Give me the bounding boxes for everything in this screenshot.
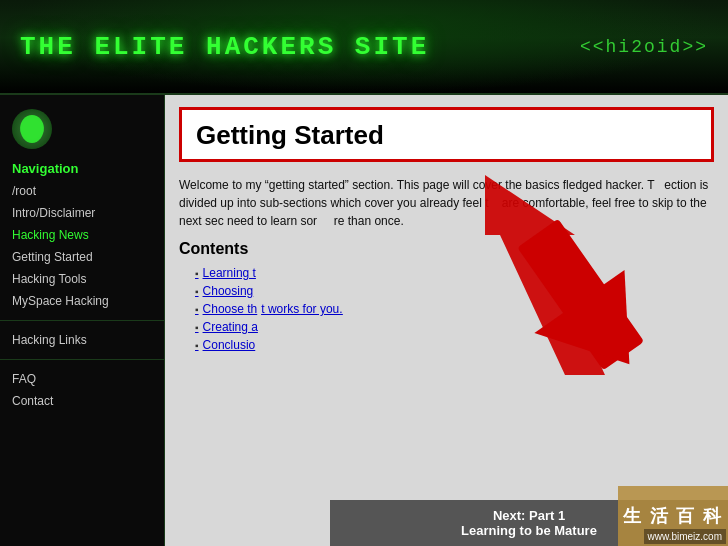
avatar xyxy=(12,109,52,149)
list-item[interactable]: Learning t xyxy=(195,264,714,282)
site-header: THE ELITE HACKERS SITE <<hi2oid>> xyxy=(0,0,728,95)
cn-text: 生 活 百 科 xyxy=(623,504,723,528)
sidebar-item-myspace-hacking[interactable]: MySpace Hacking xyxy=(0,290,164,312)
list-item[interactable]: Creating a xyxy=(195,318,714,336)
site-title: THE ELITE HACKERS SITE xyxy=(20,32,429,62)
list-item[interactable]: Conclusio xyxy=(195,336,714,354)
nav-label: Navigation xyxy=(0,155,164,180)
sidebar-item-getting-started[interactable]: Getting Started xyxy=(0,246,164,268)
contents-list: Learning t Choosing Choose th t works fo… xyxy=(165,264,728,354)
watermark: www.bimeiz.com xyxy=(644,529,726,544)
getting-started-box: Getting Started xyxy=(179,107,714,162)
list-item[interactable]: Choose th t works for you. xyxy=(195,300,714,318)
sidebar-divider-1 xyxy=(0,320,164,321)
sidebar-item-root[interactable]: /root xyxy=(0,180,164,202)
list-item[interactable]: Choosing xyxy=(195,282,714,300)
main-layout: Navigation /root Intro/Disclaimer Hackin… xyxy=(0,95,728,546)
sidebar-divider-2 xyxy=(0,359,164,360)
sidebar-item-hacking-tools[interactable]: Hacking Tools xyxy=(0,268,164,290)
sidebar: Navigation /root Intro/Disclaimer Hackin… xyxy=(0,95,165,546)
sidebar-item-faq[interactable]: FAQ xyxy=(0,368,164,390)
intro-text: Welcome to my “getting started” section.… xyxy=(165,170,728,236)
sidebar-item-hacking-news[interactable]: Hacking News xyxy=(0,224,164,246)
content-area: Getting Started Welcome to my “getting s… xyxy=(165,95,728,546)
avatar-icon xyxy=(20,115,44,143)
sidebar-item-intro[interactable]: Intro/Disclaimer xyxy=(0,202,164,224)
header-logo: <<hi2oid>> xyxy=(580,37,708,57)
contents-heading: Contents xyxy=(165,236,728,264)
sidebar-item-hacking-links[interactable]: Hacking Links xyxy=(0,329,164,351)
sidebar-item-contact[interactable]: Contact xyxy=(0,390,164,412)
page-title: Getting Started xyxy=(196,120,697,151)
